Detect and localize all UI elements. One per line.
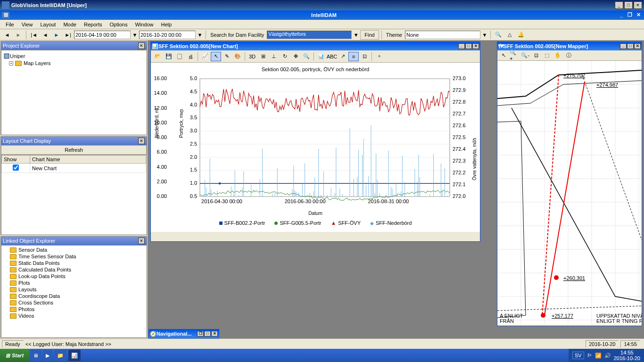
wand-icon[interactable]: ✦ bbox=[374, 52, 384, 61]
menu-help[interactable]: Help bbox=[157, 21, 176, 28]
grid-icon[interactable]: ⊞ bbox=[258, 52, 268, 61]
chart-maximize-button[interactable]: □ bbox=[465, 43, 472, 49]
theme-dropdown[interactable]: ▼ bbox=[481, 30, 488, 40]
folder-item[interactable]: Plots bbox=[2, 280, 145, 286]
axis-icon[interactable]: ⊥ bbox=[269, 52, 279, 61]
folder-item[interactable]: Sensor Data bbox=[2, 247, 145, 253]
pointer-icon[interactable]: ↖ bbox=[211, 52, 221, 61]
tray-flag-icon[interactable]: 🏳 bbox=[587, 353, 592, 358]
menu-mode[interactable]: Mode bbox=[59, 21, 80, 28]
nav-maximize-button[interactable]: □ bbox=[204, 331, 211, 337]
menu-file[interactable]: File bbox=[2, 21, 18, 28]
folder-item[interactable]: Layouts bbox=[2, 286, 145, 293]
tray-network-icon[interactable]: 📶 bbox=[595, 353, 602, 359]
facility-select[interactable]: Västgöthyttefors bbox=[267, 31, 352, 39]
mapper-minimize-button[interactable]: _ bbox=[620, 43, 627, 49]
rotate-icon[interactable]: ↻ bbox=[280, 52, 290, 61]
folder-item[interactable]: Time Series Sensor Data bbox=[2, 253, 145, 260]
outer-minimize-button[interactable]: _ bbox=[615, 1, 623, 9]
date-from-dropdown[interactable]: ▼ bbox=[132, 30, 138, 40]
triangle-icon[interactable]: △ bbox=[504, 30, 515, 40]
chart-minimize-button[interactable]: _ bbox=[458, 43, 465, 49]
bell-icon[interactable]: 🔔 bbox=[516, 30, 526, 40]
task-item-1[interactable]: 🖥 bbox=[30, 350, 41, 361]
skip-back-button[interactable]: |◄ bbox=[29, 30, 39, 40]
legend-item[interactable]: ▲SFF-ÖVY bbox=[330, 220, 361, 226]
list-icon[interactable]: ≡ bbox=[348, 52, 359, 61]
task-item-intellidam[interactable]: 📊 bbox=[68, 350, 81, 361]
task-item-3[interactable]: 📁 bbox=[54, 350, 66, 361]
copy-icon[interactable]: 📋 bbox=[174, 52, 185, 61]
date-to-input[interactable] bbox=[139, 31, 196, 39]
theme-select[interactable] bbox=[405, 31, 480, 39]
mapper-zoomwin-icon[interactable]: ⬚ bbox=[542, 51, 552, 60]
col-show-header[interactable]: Show bbox=[2, 156, 30, 164]
tree-expand-button[interactable]: + bbox=[9, 61, 13, 66]
table-row[interactable]: New Chart bbox=[2, 164, 146, 173]
mapper-canvas[interactable]: +275,702+274,987+260,301+257,177A ENLIGT… bbox=[497, 61, 642, 325]
mapper-hand-icon[interactable]: ✋ bbox=[553, 51, 563, 60]
folder-item[interactable]: Coordiscope Data bbox=[2, 293, 145, 299]
menu-view[interactable]: View bbox=[18, 21, 37, 28]
chart-show-checkbox[interactable] bbox=[13, 165, 19, 171]
chart-type-icon[interactable]: 📈 bbox=[200, 52, 210, 61]
nav-close-button[interactable]: ✕ bbox=[211, 331, 218, 337]
project-explorer-close-button[interactable]: ✕ bbox=[138, 42, 145, 49]
outer-close-button[interactable]: ✕ bbox=[634, 1, 642, 9]
tray-lang[interactable]: SV bbox=[572, 352, 584, 359]
project-explorer-tree[interactable]: Uniper + Map Layers bbox=[1, 50, 147, 135]
draw-icon[interactable]: ✎ bbox=[222, 52, 232, 61]
inner-close-button[interactable]: ✕ bbox=[635, 12, 642, 18]
mapper-close-button[interactable]: ✕ bbox=[634, 43, 641, 49]
mapper-zoomin-icon[interactable]: 🔍+ bbox=[509, 51, 520, 60]
mdi-prev-button[interactable]: ⊞ bbox=[2, 12, 9, 18]
layout-chart-close-button[interactable]: ✕ bbox=[138, 138, 145, 144]
nav-restore-button[interactable]: ❐ bbox=[197, 331, 204, 337]
move-icon[interactable]: ✥ bbox=[290, 52, 301, 61]
tree-child-item[interactable]: + Map Layers bbox=[3, 60, 144, 66]
save-icon[interactable]: 💾 bbox=[164, 52, 174, 61]
bars-icon[interactable]: 📊 bbox=[316, 52, 326, 61]
linked-explorer-list[interactable]: Sensor DataTime Series Sensor DataStatic… bbox=[1, 245, 147, 337]
play-forward-button[interactable]: ► bbox=[51, 30, 62, 40]
date-to-dropdown[interactable]: ▼ bbox=[197, 30, 203, 40]
mapper-zoomout-icon[interactable]: 🔍- bbox=[520, 51, 530, 60]
inner-restore-button[interactable]: ❐ bbox=[626, 12, 634, 18]
folder-item[interactable]: Look-up Data Points bbox=[2, 273, 145, 280]
tree-root-item[interactable]: Uniper bbox=[3, 52, 144, 60]
open-icon[interactable]: 📂 bbox=[153, 52, 163, 61]
tray-volume-icon[interactable]: 🔊 bbox=[604, 353, 611, 359]
mapper-maximize-button[interactable]: □ bbox=[627, 43, 634, 49]
linked-explorer-close-button[interactable]: ✕ bbox=[138, 238, 145, 244]
col-name-header[interactable]: Chart Name bbox=[30, 156, 146, 164]
mapper-pointer-icon[interactable]: ↖ bbox=[498, 51, 509, 60]
start-button[interactable]: ⊞ Start bbox=[0, 349, 29, 362]
folder-item[interactable]: Photos bbox=[2, 306, 145, 313]
folder-item[interactable]: Calculated Data Points bbox=[2, 266, 145, 273]
zoom-icon[interactable]: 🔍 bbox=[301, 52, 312, 61]
menu-reports[interactable]: Reports bbox=[80, 21, 106, 28]
print-icon[interactable]: 🖨 bbox=[185, 52, 196, 61]
outer-maximize-button[interactable]: □ bbox=[624, 1, 633, 9]
folder-item[interactable]: Videos bbox=[2, 313, 145, 319]
chart-close-button[interactable]: ✕ bbox=[472, 43, 479, 49]
nav-window-titlebar[interactable]: 🧭 Navigational... ❐ □ ✕ bbox=[149, 329, 219, 338]
find-button[interactable]: Find bbox=[360, 30, 379, 40]
mapper-info-icon[interactable]: ⓘ bbox=[563, 51, 574, 60]
folder-item[interactable]: Static Data Points bbox=[2, 260, 145, 266]
chart-window-titlebar[interactable]: 📊 SFF Sektion 002-005[New Chart] _ □ ✕ bbox=[151, 42, 480, 50]
facility-dropdown[interactable]: ▼ bbox=[353, 30, 359, 40]
menu-options[interactable]: Options bbox=[106, 21, 131, 28]
text-icon[interactable]: ABC bbox=[327, 52, 337, 61]
forward-button[interactable]: ► bbox=[13, 30, 24, 40]
back-button[interactable]: ◄ bbox=[2, 30, 12, 40]
refresh-button[interactable]: Refresh bbox=[1, 145, 147, 155]
arrow-icon[interactable]: ↗ bbox=[338, 52, 348, 61]
menu-window[interactable]: Window bbox=[131, 21, 157, 28]
3d-icon[interactable]: 3D bbox=[247, 52, 257, 61]
play-back-button[interactable]: ◄ bbox=[40, 30, 50, 40]
chart-plot[interactable]: 0.002.004.006.008.0010.0012.0014.0016.00… bbox=[153, 74, 473, 211]
legend-item[interactable]: SFF-B002.2-Portr bbox=[219, 220, 265, 226]
zoom-fit-icon[interactable]: ⊡ bbox=[359, 52, 370, 61]
task-item-2[interactable]: ▶ bbox=[43, 350, 52, 361]
